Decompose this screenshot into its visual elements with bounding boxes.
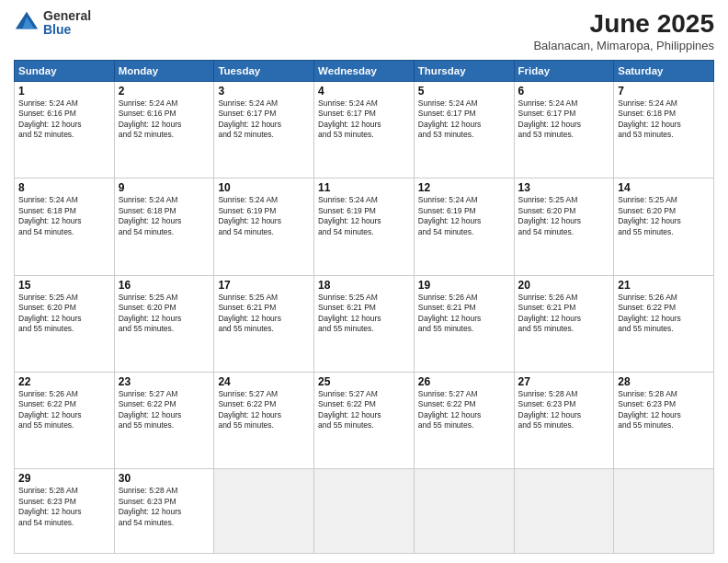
day-info: Sunrise: 5:25 AM Sunset: 6:20 PM Dayligh… xyxy=(518,195,610,237)
day-info: Sunrise: 5:24 AM Sunset: 6:16 PM Dayligh… xyxy=(119,98,210,141)
calendar-cell: 14Sunrise: 5:25 AM Sunset: 6:20 PM Dayli… xyxy=(614,178,714,275)
calendar-cell: 27Sunrise: 5:28 AM Sunset: 6:23 PM Dayli… xyxy=(514,372,614,468)
logo: General Blue xyxy=(14,9,91,38)
calendar-cell: 15Sunrise: 5:25 AM Sunset: 6:20 PM Dayli… xyxy=(15,275,115,372)
calendar-cell xyxy=(514,469,614,554)
day-info: Sunrise: 5:28 AM Sunset: 6:23 PM Dayligh… xyxy=(618,389,710,431)
calendar-cell: 20Sunrise: 5:26 AM Sunset: 6:21 PM Dayli… xyxy=(514,275,614,372)
day-number: 26 xyxy=(418,375,510,388)
calendar-cell: 3Sunrise: 5:24 AM Sunset: 6:17 PM Daylig… xyxy=(214,82,314,178)
logo-blue-text: Blue xyxy=(43,23,91,37)
calendar-cell: 22Sunrise: 5:26 AM Sunset: 6:22 PM Dayli… xyxy=(15,372,115,468)
calendar-table: Sunday Monday Tuesday Wednesday Thursday… xyxy=(14,60,714,554)
header-saturday: Saturday xyxy=(614,61,714,82)
day-info: Sunrise: 5:24 AM Sunset: 6:19 PM Dayligh… xyxy=(418,195,510,237)
day-number: 25 xyxy=(318,375,410,388)
logo-text: General Blue xyxy=(43,9,91,38)
header-sunday: Sunday xyxy=(15,61,115,82)
day-info: Sunrise: 5:24 AM Sunset: 6:18 PM Dayligh… xyxy=(618,98,710,141)
calendar-cell: 9Sunrise: 5:24 AM Sunset: 6:18 PM Daylig… xyxy=(114,178,214,275)
day-info: Sunrise: 5:24 AM Sunset: 6:19 PM Dayligh… xyxy=(318,195,410,237)
calendar-cell: 29Sunrise: 5:28 AM Sunset: 6:23 PM Dayli… xyxy=(15,469,115,554)
day-number: 23 xyxy=(119,375,210,388)
day-number: 10 xyxy=(218,181,310,194)
calendar-title: June 2025 xyxy=(533,9,714,39)
day-number: 28 xyxy=(618,375,710,388)
page: General Blue June 2025 Balanacan, Mimaro… xyxy=(0,0,728,563)
day-info: Sunrise: 5:26 AM Sunset: 6:21 PM Dayligh… xyxy=(418,293,510,335)
day-info: Sunrise: 5:24 AM Sunset: 6:17 PM Dayligh… xyxy=(218,98,310,141)
calendar-cell xyxy=(214,469,314,554)
header: General Blue June 2025 Balanacan, Mimaro… xyxy=(14,9,714,52)
calendar-cell: 13Sunrise: 5:25 AM Sunset: 6:20 PM Dayli… xyxy=(514,178,614,275)
day-info: Sunrise: 5:26 AM Sunset: 6:21 PM Dayligh… xyxy=(518,293,610,335)
day-number: 9 xyxy=(119,181,210,194)
calendar-cell: 26Sunrise: 5:27 AM Sunset: 6:22 PM Dayli… xyxy=(414,372,514,468)
day-number: 20 xyxy=(518,279,610,292)
header-monday: Monday xyxy=(114,61,214,82)
day-number: 27 xyxy=(518,375,610,388)
calendar-cell: 30Sunrise: 5:28 AM Sunset: 6:23 PM Dayli… xyxy=(114,469,214,554)
calendar-cell: 1Sunrise: 5:24 AM Sunset: 6:16 PM Daylig… xyxy=(15,82,115,178)
day-info: Sunrise: 5:25 AM Sunset: 6:20 PM Dayligh… xyxy=(18,293,110,335)
day-number: 29 xyxy=(18,472,110,485)
day-number: 19 xyxy=(418,279,510,292)
day-number: 7 xyxy=(618,85,710,98)
day-info: Sunrise: 5:27 AM Sunset: 6:22 PM Dayligh… xyxy=(418,389,510,431)
calendar-cell: 4Sunrise: 5:24 AM Sunset: 6:17 PM Daylig… xyxy=(314,82,415,178)
calendar-cell: 7Sunrise: 5:24 AM Sunset: 6:18 PM Daylig… xyxy=(614,82,714,178)
header-row: Sunday Monday Tuesday Wednesday Thursday… xyxy=(15,61,714,82)
day-info: Sunrise: 5:28 AM Sunset: 6:23 PM Dayligh… xyxy=(119,486,210,528)
day-number: 16 xyxy=(119,279,210,292)
calendar-cell: 12Sunrise: 5:24 AM Sunset: 6:19 PM Dayli… xyxy=(414,178,514,275)
calendar-cell: 16Sunrise: 5:25 AM Sunset: 6:20 PM Dayli… xyxy=(114,275,214,372)
calendar-cell xyxy=(614,469,714,554)
day-info: Sunrise: 5:27 AM Sunset: 6:22 PM Dayligh… xyxy=(318,389,410,431)
day-info: Sunrise: 5:24 AM Sunset: 6:19 PM Dayligh… xyxy=(218,195,310,237)
day-number: 4 xyxy=(318,85,410,98)
day-number: 22 xyxy=(18,375,110,388)
day-number: 13 xyxy=(518,181,610,194)
header-friday: Friday xyxy=(514,61,614,82)
day-number: 30 xyxy=(119,472,210,485)
logo-general-text: General xyxy=(43,9,91,23)
day-number: 8 xyxy=(18,181,110,194)
header-tuesday: Tuesday xyxy=(214,61,314,82)
day-number: 24 xyxy=(218,375,310,388)
day-number: 21 xyxy=(618,279,710,292)
logo-icon xyxy=(14,10,40,36)
day-number: 2 xyxy=(119,85,210,98)
day-number: 1 xyxy=(18,85,110,98)
title-block: June 2025 Balanacan, Mimaropa, Philippin… xyxy=(533,9,714,52)
calendar-cell: 23Sunrise: 5:27 AM Sunset: 6:22 PM Dayli… xyxy=(114,372,214,468)
calendar-cell: 28Sunrise: 5:28 AM Sunset: 6:23 PM Dayli… xyxy=(614,372,714,468)
day-info: Sunrise: 5:24 AM Sunset: 6:17 PM Dayligh… xyxy=(418,98,510,141)
calendar-cell xyxy=(414,469,514,554)
calendar-cell: 5Sunrise: 5:24 AM Sunset: 6:17 PM Daylig… xyxy=(414,82,514,178)
day-info: Sunrise: 5:24 AM Sunset: 6:17 PM Dayligh… xyxy=(518,98,610,141)
day-info: Sunrise: 5:25 AM Sunset: 6:20 PM Dayligh… xyxy=(618,195,710,237)
day-info: Sunrise: 5:24 AM Sunset: 6:18 PM Dayligh… xyxy=(18,195,110,237)
calendar-cell: 2Sunrise: 5:24 AM Sunset: 6:16 PM Daylig… xyxy=(114,82,214,178)
calendar-cell: 6Sunrise: 5:24 AM Sunset: 6:17 PM Daylig… xyxy=(514,82,614,178)
day-number: 14 xyxy=(618,181,710,194)
day-number: 18 xyxy=(318,279,410,292)
calendar-cell: 25Sunrise: 5:27 AM Sunset: 6:22 PM Dayli… xyxy=(314,372,415,468)
day-info: Sunrise: 5:26 AM Sunset: 6:22 PM Dayligh… xyxy=(18,389,110,431)
calendar-cell xyxy=(314,469,415,554)
calendar-cell: 10Sunrise: 5:24 AM Sunset: 6:19 PM Dayli… xyxy=(214,178,314,275)
day-info: Sunrise: 5:27 AM Sunset: 6:22 PM Dayligh… xyxy=(218,389,310,431)
day-info: Sunrise: 5:24 AM Sunset: 6:17 PM Dayligh… xyxy=(318,98,410,141)
day-info: Sunrise: 5:24 AM Sunset: 6:18 PM Dayligh… xyxy=(119,195,210,237)
calendar-cell: 19Sunrise: 5:26 AM Sunset: 6:21 PM Dayli… xyxy=(414,275,514,372)
day-number: 6 xyxy=(518,85,610,98)
day-info: Sunrise: 5:27 AM Sunset: 6:22 PM Dayligh… xyxy=(119,389,210,431)
calendar-cell: 24Sunrise: 5:27 AM Sunset: 6:22 PM Dayli… xyxy=(214,372,314,468)
calendar-location: Balanacan, Mimaropa, Philippines xyxy=(533,39,714,52)
calendar-cell: 11Sunrise: 5:24 AM Sunset: 6:19 PM Dayli… xyxy=(314,178,415,275)
calendar-cell: 21Sunrise: 5:26 AM Sunset: 6:22 PM Dayli… xyxy=(614,275,714,372)
day-info: Sunrise: 5:25 AM Sunset: 6:21 PM Dayligh… xyxy=(318,293,410,335)
day-number: 11 xyxy=(318,181,410,194)
day-info: Sunrise: 5:28 AM Sunset: 6:23 PM Dayligh… xyxy=(518,389,610,431)
day-number: 5 xyxy=(418,85,510,98)
